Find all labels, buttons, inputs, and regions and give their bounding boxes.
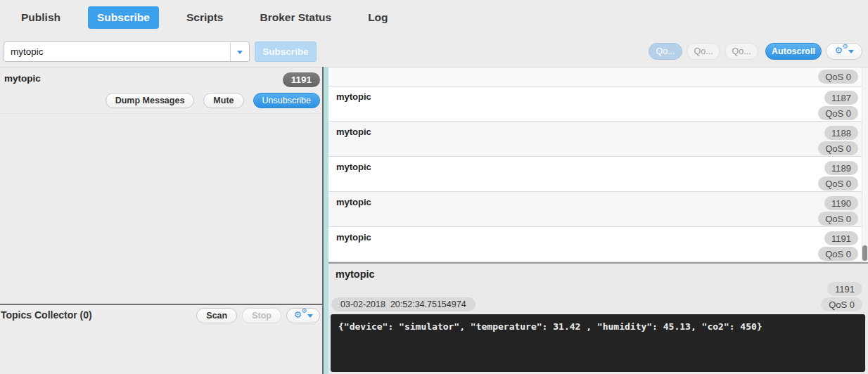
topics-collector-title: Topics Collector (0) xyxy=(1,309,92,321)
dump-messages-button[interactable]: Dump Messages xyxy=(106,93,195,108)
subscriptions-panel: mytopic 1191 Dump Messages Mute Unsubscr… xyxy=(0,67,322,374)
message-count-badge: 1189 xyxy=(824,161,858,175)
tab-subscribe[interactable]: Subscribe xyxy=(88,6,159,29)
tab-log[interactable]: Log xyxy=(359,6,397,29)
mute-button[interactable]: Mute xyxy=(203,93,243,108)
subscribe-button[interactable]: Subscribe xyxy=(255,41,317,62)
messages-panel: QoS 0 mytopic 1187 QoS 0 mytopic 1188 Qo… xyxy=(328,67,868,374)
topics-collector-divider xyxy=(0,304,322,305)
message-qos-badge: QoS 0 xyxy=(818,70,858,84)
message-topic: mytopic xyxy=(336,232,371,243)
message-topic: mytopic xyxy=(336,91,371,102)
message-topic: mytopic xyxy=(336,162,371,172)
subscription-topic-label: mytopic xyxy=(4,73,41,84)
tab-broker-status[interactable]: Broker Status xyxy=(251,6,341,29)
toolbar-right-group: Qo... Qo... Qo... Autoscroll ⚙⚙ xyxy=(649,43,862,60)
detail-qos-badge: QoS 0 xyxy=(821,297,862,311)
tab-scripts[interactable]: Scripts xyxy=(177,6,233,29)
message-detail-pane: mytopic 1191 03-02-2018 20:52:34.7515497… xyxy=(328,262,868,374)
detail-timestamp: 03-02-2018 20:52:34.75154974 xyxy=(331,297,476,311)
message-topic: mytopic xyxy=(336,197,371,207)
message-row[interactable]: mytopic 1191 QoS 0 xyxy=(328,227,868,262)
tab-publish[interactable]: Publish xyxy=(12,6,70,29)
subscription-actions: Dump Messages Mute Unsubscribe xyxy=(106,93,320,108)
scan-button[interactable]: Scan xyxy=(196,308,237,323)
qos2-button[interactable]: Qo... xyxy=(725,43,758,60)
gears-icon: ⚙⚙ xyxy=(835,46,847,57)
messages-scrollbar[interactable] xyxy=(862,67,868,262)
collector-settings-button[interactable]: ⚙⚙ xyxy=(286,308,320,323)
message-topic: mytopic xyxy=(336,127,371,137)
message-row[interactable]: mytopic 1190 QoS 0 xyxy=(328,192,868,227)
topic-dropdown-button[interactable] xyxy=(230,42,249,61)
unsubscribe-button[interactable]: Unsubscribe xyxy=(253,93,320,108)
autoscroll-button[interactable]: Autoscroll xyxy=(765,43,822,60)
chevron-down-icon xyxy=(307,314,313,321)
topic-input[interactable] xyxy=(4,42,230,61)
message-qos-badge: QoS 0 xyxy=(818,176,858,191)
subscribe-settings-button[interactable]: ⚙⚙ xyxy=(826,43,862,60)
topics-collector-actions: Scan Stop ⚙⚙ xyxy=(196,308,320,323)
stop-button[interactable]: Stop xyxy=(242,308,281,323)
message-count-badge: 1190 xyxy=(824,196,858,210)
qos1-button[interactable]: Qo... xyxy=(687,43,720,60)
tab-bar: Publish Subscribe Scripts Broker Status … xyxy=(0,0,868,35)
message-row[interactable]: mytopic 1187 QoS 0 xyxy=(328,86,868,122)
subscription-color-strip xyxy=(324,67,328,374)
subscribe-toolbar: Subscribe Qo... Qo... Qo... Autoscroll ⚙… xyxy=(0,35,868,67)
message-qos-badge: QoS 0 xyxy=(818,247,858,261)
message-row-partial[interactable]: QoS 0 xyxy=(328,67,868,86)
subscription-count-badge: 1191 xyxy=(283,72,320,87)
message-count-badge: 1187 xyxy=(824,91,858,105)
gears-icon: ⚙⚙ xyxy=(294,310,306,321)
message-row[interactable]: mytopic 1188 QoS 0 xyxy=(328,122,868,157)
chevron-down-icon xyxy=(237,51,243,57)
message-qos-badge: QoS 0 xyxy=(818,141,858,155)
topic-combobox xyxy=(4,41,250,62)
message-count-badge: 1188 xyxy=(824,126,858,140)
payload-viewer: {"device": "simulator", "temperature": 3… xyxy=(331,314,865,372)
subscription-item[interactable]: mytopic 1191 Dump Messages Mute Unsubscr… xyxy=(0,67,322,114)
detail-count-badge: 1191 xyxy=(827,282,862,296)
message-count-badge: 1191 xyxy=(824,231,858,245)
qos0-button[interactable]: Qo... xyxy=(649,43,682,60)
message-qos-badge: QoS 0 xyxy=(818,212,858,226)
topics-collector-header: Topics Collector (0) Scan Stop ⚙⚙ xyxy=(0,307,322,325)
chevron-down-icon xyxy=(848,50,854,56)
scrollbar-thumb[interactable] xyxy=(862,245,867,261)
message-row[interactable]: mytopic 1189 QoS 0 xyxy=(328,157,868,192)
message-qos-badge: QoS 0 xyxy=(818,106,858,120)
mqtt-client-window: Publish Subscribe Scripts Broker Status … xyxy=(0,0,868,374)
detail-topic-label: mytopic xyxy=(336,269,375,280)
